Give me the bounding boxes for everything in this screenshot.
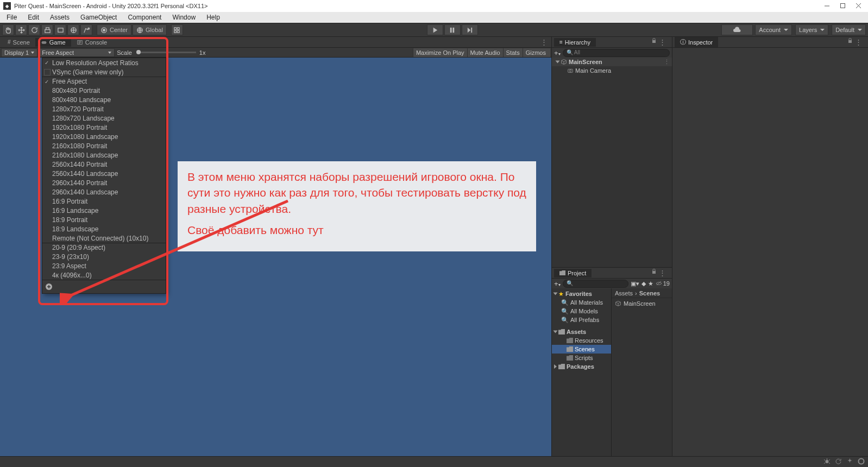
filter-fav-icon[interactable]: ★ [648, 280, 653, 287]
move-tool[interactable] [15, 24, 27, 35]
transform-tool[interactable] [67, 24, 79, 35]
autosave-icon[interactable] [835, 458, 842, 466]
progress-icon[interactable] [858, 458, 865, 466]
res-item[interactable]: 4к (4096x...0) [42, 270, 166, 280]
tree-packages[interactable]: Packages [552, 362, 611, 371]
cloud-button[interactable] [721, 24, 753, 35]
project-breadcrumb[interactable]: Assets›Scenes [612, 288, 672, 298]
svg-rect-4 [45, 29, 49, 33]
aspect-dropdown[interactable]: Free Aspect [39, 48, 115, 57]
res-item[interactable]: 800x480 Landscape [42, 95, 166, 104]
play-button[interactable] [427, 24, 443, 35]
tab-scene[interactable]: #Scene [2, 38, 35, 47]
menu-help[interactable]: Help [202, 12, 224, 22]
display-dropdown[interactable]: Display 1 [1, 48, 37, 57]
res-item[interactable]: 18:9 Portrait [42, 215, 166, 224]
project-options[interactable]: ⋮ [659, 269, 666, 277]
rect-tool[interactable] [54, 24, 66, 35]
tab-project[interactable]: Project [554, 269, 592, 277]
res-item[interactable]: 2160x1080 Portrait [42, 141, 166, 150]
res-item[interactable]: 1280x720 Landscape [42, 113, 166, 123]
res-item[interactable]: 23:9 Aspect [42, 261, 166, 270]
stats[interactable]: Stats [503, 48, 523, 57]
layout-dropdown[interactable]: Default [832, 24, 866, 35]
menu-component[interactable]: Component [123, 12, 166, 22]
custom-tool[interactable] [80, 24, 92, 35]
res-item[interactable]: 800x480 Portrait [42, 86, 166, 95]
scale-slider[interactable] [136, 52, 196, 53]
tab-hierarchy[interactable]: ≡Hierarchy [554, 38, 596, 47]
project-search[interactable]: 🔍 [563, 280, 628, 288]
hierarchy-options[interactable]: ⋮ [659, 38, 666, 46]
tab-console[interactable]: Console [71, 38, 112, 47]
close-button[interactable] [856, 3, 861, 10]
tree-item[interactable]: 🔍 All Prefabs [552, 315, 611, 324]
mute-audio[interactable]: Mute Audio [467, 48, 503, 57]
tree-item[interactable]: Resources [552, 336, 611, 345]
tree-item[interactable]: 🔍 All Models [552, 307, 611, 315]
add-resolution-button[interactable] [45, 282, 53, 291]
tab-options[interactable]: ⋮ [540, 38, 548, 46]
inspector-options[interactable]: ⋮ [855, 38, 863, 46]
hierarchy-item[interactable]: Main Camera [552, 66, 672, 75]
res-item[interactable]: 2160x1080 Landscape [42, 150, 166, 160]
tree-favorites[interactable]: ★Favorites [552, 289, 611, 298]
tree-item-selected[interactable]: Scenes [552, 345, 611, 354]
res-item[interactable]: 23-9 (23x10) [42, 252, 166, 261]
menu-window[interactable]: Window [168, 12, 200, 22]
res-item[interactable]: 2960x1440 Portrait [42, 178, 166, 187]
tab-game[interactable]: Game [35, 38, 71, 47]
lock-icon[interactable] [651, 269, 657, 277]
tree-assets[interactable]: Assets [552, 327, 611, 336]
maximize-button[interactable] [840, 3, 846, 10]
local-global-toggle[interactable]: Global [133, 24, 167, 35]
filter-label-icon[interactable]: ◆ [641, 280, 646, 287]
svg-point-30 [826, 460, 829, 463]
res-item[interactable]: 18:9 Landscape [42, 224, 166, 234]
hierarchy-add[interactable]: +▾ [554, 49, 561, 57]
res-item[interactable]: 16:9 Landscape [42, 206, 166, 215]
hierarchy-search[interactable]: 🔍 All [563, 49, 670, 57]
res-vsync-toggle[interactable]: VSync (Game view only) [42, 67, 166, 77]
filter-type-icon[interactable]: ▣▾ [631, 280, 639, 287]
bug-icon[interactable] [823, 458, 831, 466]
maximize-on-play[interactable]: Maximize On Play [413, 48, 467, 57]
lock-icon[interactable] [847, 38, 853, 46]
rotate-tool[interactable] [28, 24, 40, 35]
res-item[interactable]: 2560x1440 Landscape [42, 169, 166, 178]
menu-edit[interactable]: Edit [23, 12, 43, 22]
tree-item[interactable]: 🔍 All Materials [552, 298, 611, 307]
tab-inspector[interactable]: ⓘInspector [675, 37, 718, 47]
res-item[interactable]: 2960x1440 Landscape [42, 187, 166, 197]
account-dropdown[interactable]: Account [755, 24, 792, 35]
minimize-button[interactable] [824, 3, 830, 10]
step-button[interactable] [462, 24, 478, 35]
menu-gameobject[interactable]: GameObject [76, 12, 121, 22]
res-item[interactable]: 1280x720 Portrait [42, 104, 166, 113]
menu-assets[interactable]: Assets [46, 12, 74, 22]
menu-file[interactable]: File [2, 12, 21, 22]
res-item[interactable]: 20-9 (20:9 Aspect) [42, 243, 166, 252]
hierarchy-scene[interactable]: MainScreen ⋮ [552, 58, 672, 66]
project-file[interactable]: MainScreen [615, 299, 669, 308]
res-item[interactable]: 1920x1080 Portrait [42, 123, 166, 132]
project-add[interactable]: +▾ [554, 280, 561, 288]
res-item[interactable]: 1920x1080 Landscape [42, 132, 166, 141]
hidden-count[interactable]: 19 [656, 280, 670, 287]
sparkle-icon[interactable] [846, 458, 853, 466]
gizmos-dropdown[interactable]: Gizmos [523, 48, 550, 57]
res-item[interactable]: ✓Free Aspect [42, 77, 166, 86]
hand-tool[interactable] [2, 24, 14, 35]
res-item[interactable]: Remote (Not Connected) (10x10) [42, 234, 166, 243]
res-item[interactable]: 2560x1440 Portrait [42, 160, 166, 169]
scale-tool[interactable] [41, 24, 53, 35]
layers-dropdown[interactable]: Layers [795, 24, 828, 35]
pivot-center-toggle[interactable]: Center [97, 24, 131, 35]
res-low-toggle[interactable]: ✓Low Resolution Aspect Ratios [42, 58, 166, 67]
res-item[interactable]: 16:9 Portrait [42, 197, 166, 206]
pause-button[interactable] [444, 24, 461, 35]
window-title: Piter Quest - MainScreen - Android - Uni… [14, 3, 207, 9]
snap-toggle[interactable] [171, 24, 183, 35]
lock-icon[interactable] [651, 38, 657, 46]
tree-item[interactable]: Scripts [552, 354, 611, 362]
